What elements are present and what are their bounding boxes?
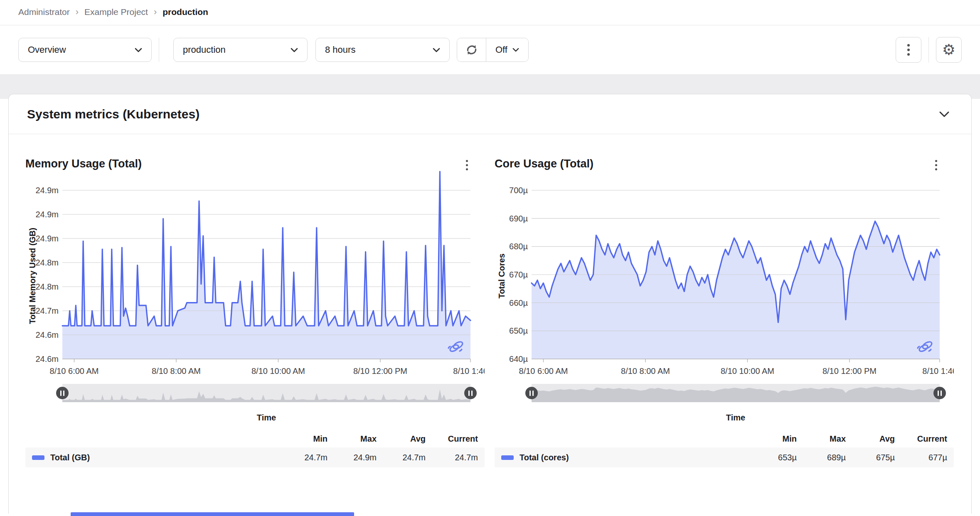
x-axis-ticks: 8/10 6:00 AM8/10 8:00 AM8/10 10:00 AM8/1…: [62, 366, 485, 378]
stat-avg: 675µ: [846, 453, 895, 462]
chart-title: Core Usage (Total): [495, 157, 593, 170]
card-header: System metrics (Kubernetes): [9, 94, 971, 134]
brush-handle-right[interactable]: [464, 387, 477, 399]
breadcrumb-separator-icon: ›: [76, 7, 79, 17]
chevron-down-icon: [135, 48, 142, 52]
breadcrumb-separator-icon: ›: [154, 7, 157, 17]
stat-header-avg: Avg: [377, 434, 426, 444]
x-axis-title: Time: [532, 413, 940, 423]
toolbar-divider: [159, 38, 159, 62]
chart-plot[interactable]: [62, 189, 470, 365]
breadcrumb-item-project[interactable]: Example Project: [84, 7, 148, 17]
breadcrumb-item-administrator[interactable]: Administrator: [18, 7, 70, 17]
series-row: Total (GB) 24.7m 24.9m 24.7m 24.7m: [25, 447, 485, 467]
kebab-vertical-icon: [935, 160, 937, 170]
stat-header-current: Current: [895, 434, 947, 444]
chart-stats-table: Min Max Avg Current Total (GB) 24.7m 24.…: [25, 430, 485, 467]
stat-current: 24.7m: [426, 453, 478, 462]
stat-header-min: Min: [278, 434, 327, 444]
chart-stats-table: Min Max Avg Current Total (cores) 653µ 6…: [495, 430, 954, 467]
toolbar: Overview production 8 hours: [0, 25, 980, 75]
time-range-select[interactable]: 8 hours: [315, 38, 450, 62]
stat-max: 24.9m: [327, 453, 377, 462]
stat-min: 653µ: [748, 453, 797, 462]
kebab-vertical-icon: [466, 160, 468, 170]
breadcrumb: Administrator › Example Project › produc…: [0, 0, 980, 25]
settings-button[interactable]: ⚙: [936, 37, 962, 63]
series-legend[interactable]: Total (cores): [501, 453, 748, 462]
chart-menu-button[interactable]: [462, 157, 472, 173]
series-label: Total (GB): [50, 453, 90, 462]
stat-header-min: Min: [748, 434, 797, 444]
plot-area: Total Memory Used (GB) 24.9m24.9m24.9m24…: [25, 189, 485, 379]
y-axis-ticks: 700µ690µ680µ670µ660µ650µ640µ: [495, 189, 528, 365]
view-select-value: Overview: [28, 44, 66, 55]
chart-title: Memory Usage (Total): [25, 157, 142, 170]
stat-header-avg: Avg: [846, 434, 895, 444]
kebab-vertical-icon: [907, 44, 910, 56]
series-legend[interactable]: Total (GB): [32, 453, 278, 462]
brush-handle-left[interactable]: [525, 387, 538, 399]
time-brush[interactable]: [532, 384, 940, 402]
more-actions-button[interactable]: [896, 37, 921, 63]
stat-header-max: Max: [797, 434, 846, 444]
next-chart-partial: [71, 512, 354, 516]
memory-usage-chart: Memory Usage (Total) Total Memory Used (…: [25, 134, 485, 467]
chevron-down-icon: [939, 111, 950, 118]
charts-row: Memory Usage (Total) Total Memory Used (…: [9, 134, 971, 467]
refresh-control: Off: [457, 38, 529, 62]
stat-avg: 24.7m: [377, 453, 426, 462]
refresh-button[interactable]: [457, 38, 486, 61]
chart-plot[interactable]: [532, 189, 940, 365]
series-swatch: [32, 455, 44, 460]
brush-handle-right[interactable]: [933, 387, 946, 399]
view-select[interactable]: Overview: [18, 38, 152, 62]
chevron-down-icon: [433, 48, 440, 52]
gear-icon: ⚙: [942, 42, 955, 57]
chart-menu-button[interactable]: [931, 157, 941, 173]
series-row: Total (cores) 653µ 689µ 675µ 677µ: [495, 447, 954, 467]
system-metrics-card: System metrics (Kubernetes) Memory Usage…: [8, 94, 972, 514]
refresh-icon: [465, 43, 478, 57]
section-title: System metrics (Kubernetes): [27, 107, 199, 121]
instance-select[interactable]: production: [173, 38, 308, 62]
stat-header-current: Current: [426, 434, 478, 444]
rocket-doodle-icon: [447, 340, 466, 354]
time-range-value: 8 hours: [325, 44, 355, 55]
x-axis-ticks: 8/10 6:00 AM8/10 8:00 AM8/10 10:00 AM8/1…: [532, 366, 954, 378]
brush-minimap: [62, 384, 470, 402]
stat-header-max: Max: [327, 434, 377, 444]
brush-minimap: [532, 384, 940, 402]
collapse-section-button[interactable]: [936, 108, 953, 121]
chevron-down-icon: [291, 48, 298, 52]
stat-min: 24.7m: [278, 453, 327, 462]
rocket-doodle-icon: [916, 340, 935, 354]
y-axis-ticks: 24.9m24.9m24.9m24.8m24.8m24.7m24.6m24.6m: [25, 189, 59, 365]
series-swatch: [501, 455, 514, 460]
time-brush[interactable]: [62, 384, 470, 402]
brush-handle-left[interactable]: [56, 387, 69, 399]
toolbar-divider: [928, 37, 929, 63]
core-usage-chart: Core Usage (Total) Total Cores 700µ690µ6…: [495, 134, 954, 467]
stat-max: 689µ: [797, 453, 846, 462]
refresh-interval-select[interactable]: Off: [486, 38, 528, 61]
instance-select-value: production: [183, 44, 226, 55]
refresh-interval-value: Off: [495, 44, 507, 55]
breadcrumb-item-current: production: [163, 7, 208, 17]
plot-area: Total Cores 700µ690µ680µ670µ660µ650µ640µ…: [495, 189, 954, 379]
stat-current: 677µ: [895, 453, 947, 462]
series-label: Total (cores): [520, 453, 569, 462]
chevron-down-icon: [512, 48, 519, 52]
x-axis-title: Time: [62, 413, 470, 423]
